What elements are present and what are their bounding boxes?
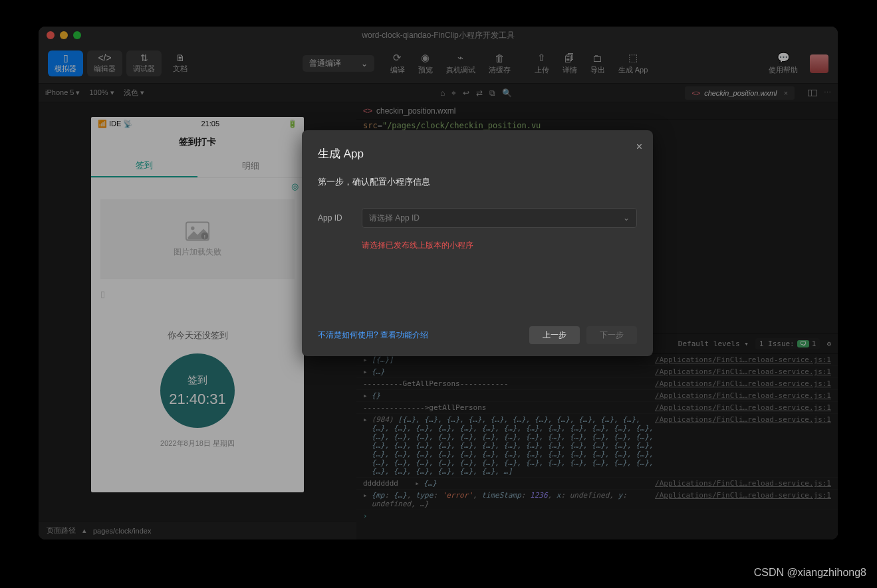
modal-warning: 请选择已发布线上版本的小程序	[362, 240, 637, 251]
appid-select[interactable]: 请选择 App ID ⌄	[362, 208, 637, 228]
close-icon[interactable]: ×	[636, 141, 642, 153]
modal-title: 生成 App	[318, 146, 637, 161]
appid-label: App ID	[318, 213, 350, 223]
chevron-down-icon: ⌄	[623, 213, 630, 223]
next-step-button[interactable]: 下一步	[586, 326, 637, 344]
gen-app-modal: × 生成 App 第一步，确认配置小程序信息 App ID 请选择 App ID…	[302, 130, 653, 356]
prev-step-button[interactable]: 上一步	[529, 326, 580, 344]
app-window: word-clock-qiandao-FinClip小程序开发工具 ▯模拟器 <…	[39, 27, 838, 539]
watermark: CSDN @xiangzhihong8	[754, 567, 866, 579]
modal-step: 第一步，确认配置小程序信息	[318, 176, 637, 188]
help-link[interactable]: 不清楚如何使用? 查看功能介绍	[318, 330, 428, 341]
